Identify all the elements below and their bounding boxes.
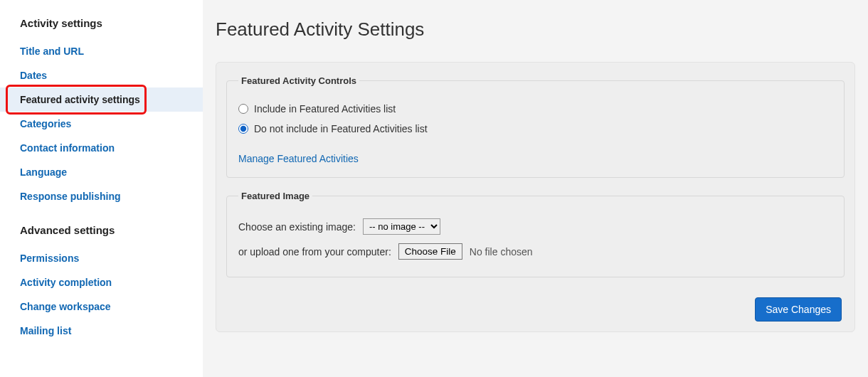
sidebar-item-language[interactable]: Language (0, 160, 203, 184)
sidebar-item-title-url[interactable]: Title and URL (0, 39, 203, 63)
save-changes-button[interactable]: Save Changes (755, 297, 842, 322)
settings-sidebar: Activity settings Title and URL Dates Fe… (0, 0, 203, 377)
include-radio[interactable] (238, 104, 248, 114)
exclude-radio-label: Do not include in Featured Activities li… (254, 123, 428, 134)
include-option-row[interactable]: Include in Featured Activities list (238, 99, 832, 119)
exclude-option-row[interactable]: Do not include in Featured Activities li… (238, 119, 832, 139)
exclude-radio[interactable] (238, 124, 248, 134)
featured-image-legend: Featured Image (238, 191, 312, 201)
sidebar-item-response-publishing[interactable]: Response publishing (0, 184, 203, 208)
sidebar-item-activity-completion[interactable]: Activity completion (0, 270, 203, 294)
main-content: Featured Activity Settings Featured Acti… (203, 0, 868, 377)
sidebar-item-dates[interactable]: Dates (0, 63, 203, 87)
sidebar-section-advanced-title: Advanced settings (0, 224, 203, 246)
sidebar-item-featured-activity-settings[interactable]: Featured activity settings (0, 87, 203, 112)
settings-panel: Featured Activity Controls Include in Fe… (216, 62, 855, 332)
sidebar-item-categories[interactable]: Categories (0, 112, 203, 136)
existing-image-select[interactable]: -- no image -- (363, 218, 440, 235)
sidebar-section-activity-title: Activity settings (0, 17, 203, 39)
upload-image-label: or upload one from your computer: (238, 246, 391, 257)
page-title: Featured Activity Settings (216, 18, 855, 41)
featured-activity-controls-legend: Featured Activity Controls (238, 75, 359, 86)
featured-activity-controls-fieldset: Featured Activity Controls Include in Fe… (226, 75, 845, 178)
sidebar-item-contact-information[interactable]: Contact information (0, 136, 203, 160)
include-radio-label: Include in Featured Activities list (254, 103, 396, 115)
manage-featured-activities-link[interactable]: Manage Featured Activities (238, 153, 359, 164)
sidebar-item-label: Featured activity settings (20, 94, 140, 105)
sidebar-item-mailing-list[interactable]: Mailing list (0, 319, 203, 343)
choose-file-button[interactable]: Choose File (398, 243, 462, 260)
sidebar-item-permissions[interactable]: Permissions (0, 246, 203, 270)
file-status-text: No file chosen (470, 246, 533, 257)
featured-image-fieldset: Featured Image Choose an existing image:… (226, 191, 845, 277)
choose-existing-image-label: Choose an existing image: (238, 221, 356, 233)
sidebar-item-change-workspace[interactable]: Change workspace (0, 294, 203, 319)
